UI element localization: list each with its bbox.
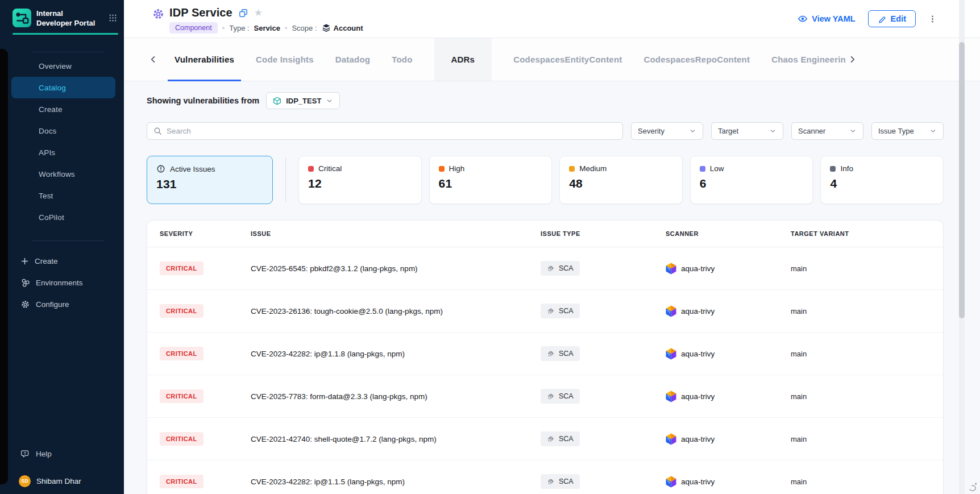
active-issues-count: 131 (156, 177, 263, 191)
critical-count: 12 (308, 177, 412, 190)
copy-icon[interactable] (239, 9, 248, 18)
issue-title: CVE-2023-42282: ip@1.1.8 (lang-pkgs, npm… (251, 350, 541, 358)
sidebar-action-environments[interactable]: Environments (20, 272, 113, 293)
tab-todo[interactable]: Todo (392, 38, 412, 81)
view-yaml-button[interactable]: View YAML (798, 14, 855, 23)
page-title: IDP Service (169, 6, 232, 19)
active-issues-card[interactable]: Active Issues 131 (147, 156, 273, 204)
severity-dot (308, 166, 314, 172)
sidebar-item-workflows[interactable]: Workflows (11, 163, 115, 185)
card-label: Info (840, 164, 853, 173)
col-scanner: Scanner (666, 230, 791, 237)
table-row[interactable]: CRITICAL CVE-2021-42740: shell-quote@1.7… (147, 418, 943, 460)
issue-title: CVE-2025-7783: form-data@2.3.3 (lang-pkg… (251, 392, 541, 401)
search-input[interactable] (167, 127, 616, 135)
chevron-down-icon (769, 127, 776, 135)
fingerprint-icon (547, 264, 555, 272)
scope-value: Account (334, 24, 363, 32)
high-count: 61 (439, 177, 543, 190)
fingerprint-icon (547, 392, 555, 400)
apps-grid-icon[interactable] (109, 14, 117, 22)
help-label: Help (36, 450, 52, 458)
issue-title: CVE-2025-6545: pbkdf2@3.1.2 (lang-pkgs, … (251, 264, 541, 273)
entity-tabs-bar: Vulnerabilities Code Insights Datadog To… (124, 38, 980, 81)
severity-card-medium[interactable]: Medium 48 (559, 156, 683, 204)
sidebar-item-catalog[interactable]: Catalog (11, 77, 115, 98)
scanner-cell: aqua-trivy (666, 305, 791, 317)
target-variant: main (791, 264, 943, 273)
table-row[interactable]: CRITICAL CVE-2023-42282: ip@1.1.5 (lang-… (147, 460, 943, 494)
chevron-down-icon (689, 127, 696, 135)
sidebar-action-label: Environments (36, 279, 83, 287)
star-icon[interactable]: ★ (254, 8, 263, 18)
tab-adrs[interactable]: ADRs (434, 38, 492, 81)
tab-vulnerabilities[interactable]: Vulnerabilities (175, 38, 234, 81)
severity-badge: CRITICAL (160, 347, 204, 360)
edit-label: Edit (891, 14, 906, 23)
sidebar-item-overview[interactable]: Overview (11, 55, 115, 77)
tabs-scroll-right-icon[interactable] (846, 53, 859, 66)
card-label: Critical (318, 164, 342, 173)
issue-title: CVE-2023-26136: tough-cookie@2.5.0 (lang… (251, 307, 541, 316)
issue-type-pill: SCA (541, 346, 580, 361)
severity-card-info[interactable]: Info 4 (820, 156, 944, 204)
severity-card-low[interactable]: Low 6 (690, 156, 813, 204)
alert-circle-icon (156, 164, 165, 173)
aqua-trivy-icon (666, 263, 676, 275)
target-variant: main (791, 350, 943, 358)
sidebar-action-configure[interactable]: Configure (20, 293, 113, 315)
tab-datadog[interactable]: Datadog (335, 38, 370, 81)
vuln-scope-value: IDP_TEST (286, 97, 321, 105)
filter-target[interactable]: Target (711, 122, 783, 140)
sidebar-item-create[interactable]: Create (11, 98, 115, 120)
cards-divider (285, 157, 286, 202)
severity-card-high[interactable]: High 61 (429, 156, 553, 204)
table-row[interactable]: CRITICAL CVE-2025-7783: form-data@2.3.3 … (147, 375, 943, 418)
scrollbar-thumb[interactable] (959, 42, 965, 318)
watermark-icon (967, 481, 978, 492)
help-button[interactable]: Help (0, 443, 124, 464)
sidebar-item-copilot[interactable]: CoPilot (11, 206, 115, 228)
table-row[interactable]: CRITICAL CVE-2025-6545: pbkdf2@3.1.2 (la… (147, 247, 943, 290)
tab-codespaces-entity-content[interactable]: CodespacesEntityContent (513, 38, 622, 81)
sidebar-item-docs[interactable]: Docs (11, 120, 115, 142)
view-yaml-label: View YAML (812, 14, 855, 23)
filter-issue-type[interactable]: Issue Type (871, 122, 944, 140)
edit-button[interactable]: Edit (868, 10, 916, 27)
table-row[interactable]: CRITICAL CVE-2023-26136: tough-cookie@2.… (147, 290, 943, 333)
sidebar-item-apis[interactable]: APIs (11, 142, 115, 163)
target-variant: main (791, 307, 943, 316)
medium-count: 48 (569, 177, 673, 190)
scanner-cell: aqua-trivy (666, 391, 791, 402)
severity-card-critical[interactable]: Critical 12 (298, 156, 422, 204)
filter-severity[interactable]: Severity (631, 122, 703, 140)
issue-title: CVE-2023-42282: ip@1.1.5 (lang-pkgs, npm… (251, 478, 541, 486)
sidebar-item-test[interactable]: Test (11, 185, 115, 206)
tabs-scroll-left-icon[interactable] (147, 53, 160, 66)
col-issue: Issue (251, 230, 541, 237)
issue-type-pill: SCA (541, 389, 580, 404)
main-area: IDP Service ★ Component • Type : Service… (124, 0, 980, 494)
vuln-scope-dropdown[interactable]: IDP_TEST (266, 92, 340, 109)
tab-codespaces-repo-content[interactable]: CodespacesRepoContent (643, 38, 750, 81)
col-issue-type: Issue Type (541, 230, 666, 237)
card-label: Active Issues (170, 165, 215, 173)
tab-chaos-engineering[interactable]: Chaos Engineerin (771, 38, 846, 81)
dot-separator: • (222, 24, 225, 32)
gear-icon (20, 300, 30, 309)
user-name: Shibam Dhar (36, 477, 81, 485)
sidebar-action-label: Configure (36, 300, 69, 309)
user-menu[interactable]: SD Shibam Dhar (0, 472, 124, 489)
chevron-down-icon (849, 127, 857, 135)
sidebar-quick-actions: Create Environments Configure (0, 250, 124, 315)
scope-label: Scope : (292, 24, 317, 32)
tab-code-insights[interactable]: Code Insights (256, 38, 314, 81)
more-options-kebab-icon[interactable] (928, 14, 937, 24)
sidebar-action-create[interactable]: Create (20, 250, 113, 272)
filter-scanner[interactable]: Scanner (791, 122, 863, 140)
brand: Internal Developer Portal (0, 0, 124, 28)
vertical-scrollbar[interactable] (959, 0, 965, 494)
table-row[interactable]: CRITICAL CVE-2023-42282: ip@1.1.8 (lang-… (147, 333, 943, 375)
pencil-icon (878, 15, 886, 23)
info-count: 4 (830, 177, 934, 190)
